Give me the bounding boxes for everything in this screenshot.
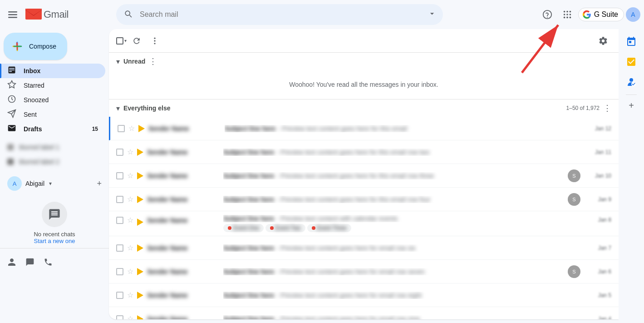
sender-5: Sender Name <box>147 217 220 224</box>
snippet-7: - Preview text content goes here for ema… <box>277 268 425 275</box>
search-bar <box>116 4 443 25</box>
sidebar-label-1[interactable]: blurred label 1 <box>0 140 105 154</box>
sender-4: Sender Name <box>147 196 220 203</box>
table-row[interactable]: ☆ Sender Name Subject line here - Previe… <box>109 140 619 164</box>
inbox-label: Inbox <box>24 67 40 75</box>
svg-point-14 <box>566 14 568 15</box>
row-checkbox-5[interactable] <box>116 217 123 224</box>
new-call-button[interactable] <box>40 254 56 270</box>
refresh-button[interactable] <box>128 33 145 49</box>
important-marker-1 <box>138 125 145 132</box>
time-7: Jan 6 <box>584 268 611 275</box>
svg-point-24 <box>154 40 155 41</box>
right-panel-divider <box>626 94 637 95</box>
sidebar-item-snoozed[interactable]: Snoozed <box>0 93 105 107</box>
important-marker-3 <box>137 172 143 179</box>
row-checkbox-2[interactable] <box>116 149 123 156</box>
svg-point-10 <box>563 11 565 13</box>
search-dropdown-arrow[interactable] <box>428 9 437 20</box>
everything-else-toggle[interactable]: ▾ <box>116 104 120 113</box>
star-button-4[interactable]: ☆ <box>127 195 133 204</box>
settings-button[interactable] <box>595 33 611 49</box>
star-button-6[interactable]: ☆ <box>127 243 133 252</box>
compose-label: Compose <box>29 43 56 50</box>
starred-label: Starred <box>24 82 44 89</box>
star-button-8[interactable]: ☆ <box>127 291 133 299</box>
new-chat-button[interactable] <box>22 254 38 270</box>
svg-point-9 <box>547 17 548 18</box>
menu-button[interactable] <box>4 5 22 24</box>
add-account-button[interactable]: + <box>97 179 102 189</box>
svg-rect-2 <box>8 11 17 13</box>
compose-plus-icon <box>11 40 24 53</box>
gmail-logo[interactable]: Gmail <box>25 9 69 20</box>
help-button[interactable] <box>538 5 556 24</box>
star-button-1[interactable]: ☆ <box>128 124 135 133</box>
row-checkbox-4[interactable] <box>116 196 123 203</box>
sidebar-item-inbox[interactable]: Inbox <box>0 64 105 78</box>
apps-button[interactable] <box>558 5 576 24</box>
star-button-5[interactable]: ☆ <box>127 216 133 224</box>
table-row[interactable]: ☆ Sender Name Subject line here - Previe… <box>109 211 619 236</box>
svg-point-11 <box>566 11 568 13</box>
content-area: ▾ ▾ Unread <box>109 29 619 319</box>
time-1: Jan 12 <box>584 125 611 132</box>
gsuite-badge[interactable]: G Suite <box>578 8 624 21</box>
chat-bubble-icon <box>42 202 67 227</box>
chip-3[interactable]: Event Three <box>307 224 351 232</box>
start-new-chat-link[interactable]: Start a new one <box>34 238 75 244</box>
tasks-panel-icon[interactable] <box>622 53 640 71</box>
row-checkbox-3[interactable] <box>116 172 123 179</box>
everything-else-more[interactable]: ⋮ <box>603 103 611 113</box>
svg-rect-3 <box>8 14 17 15</box>
row-checkbox-1[interactable] <box>118 125 125 132</box>
star-button-7[interactable]: ☆ <box>127 267 133 276</box>
unread-section-more[interactable]: ⋮ <box>149 56 157 66</box>
table-row[interactable]: ☆ Sender Name Subject line here - Previe… <box>109 164 619 188</box>
star-button-3[interactable]: ☆ <box>127 171 133 180</box>
row-checkbox-6[interactable] <box>116 244 123 252</box>
row-checkbox-8[interactable] <box>116 292 123 299</box>
svg-point-18 <box>569 17 571 19</box>
sidebar-item-starred[interactable]: Starred <box>0 78 105 93</box>
row-checkbox-9[interactable] <box>116 315 123 320</box>
important-marker-4 <box>137 196 143 203</box>
table-row[interactable]: ☆ Sender Name Subject line here - Previe… <box>109 283 619 307</box>
subject-7: Subject line here <box>223 268 274 275</box>
more-options-button[interactable] <box>147 33 163 49</box>
search-input[interactable] <box>116 4 443 25</box>
user-section[interactable]: A Abigail ▾ + <box>0 173 109 194</box>
chat-section: No recent chats Start a new one <box>0 194 109 248</box>
star-button-2[interactable]: ☆ <box>127 148 133 156</box>
table-row[interactable]: ☆ Sender Name Subject line here - Previe… <box>109 260 619 283</box>
sidebar-user-name: Abigail <box>25 180 44 187</box>
select-all-cb[interactable] <box>116 37 123 45</box>
chip-1[interactable]: Event One <box>223 224 264 232</box>
table-row[interactable]: ☆ Sender Name Subject line here - Previe… <box>109 188 619 211</box>
sidebar-label-2[interactable]: blurred label 2 <box>0 154 105 169</box>
user-avatar-topbar[interactable]: A <box>626 7 640 22</box>
select-dropdown-arrow[interactable]: ▾ <box>124 38 127 43</box>
table-row[interactable]: ☆ Sender Name Subject line here - Previe… <box>109 236 619 260</box>
add-panel-button[interactable]: + <box>629 100 634 111</box>
label-2-text: blurred label 2 <box>19 158 59 165</box>
time-2: Jan 11 <box>584 149 611 155</box>
unread-toggle[interactable]: ▾ <box>116 57 120 66</box>
sender-7: Sender Name <box>147 268 220 275</box>
contacts-panel-icon[interactable] <box>622 73 640 91</box>
table-row[interactable]: ☆ Sender Name Subject line here - Previe… <box>109 307 619 319</box>
calendar-panel-icon[interactable] <box>622 33 640 51</box>
gmail-logo-text: Gmail <box>44 9 69 20</box>
sidebar-item-drafts[interactable]: Drafts 15 <box>0 122 105 136</box>
new-contact-button[interactable] <box>4 254 20 270</box>
email-list: ▾ Unread ⋮ Woohoo! You've read all the m… <box>109 53 619 319</box>
star-button-9[interactable]: ☆ <box>127 314 133 319</box>
compose-button[interactable]: Compose <box>4 33 67 60</box>
time-4: Jan 9 <box>584 196 611 203</box>
table-row[interactable]: ☆ Sender Name Subject line here - Previe… <box>109 117 619 140</box>
drafts-icon <box>7 124 16 135</box>
row-checkbox-7[interactable] <box>116 268 123 275</box>
chip-2[interactable]: Event Two <box>265 224 305 232</box>
sidebar-item-sent[interactable]: Sent <box>0 107 105 122</box>
select-all-checkbox[interactable]: ▾ <box>116 37 127 45</box>
